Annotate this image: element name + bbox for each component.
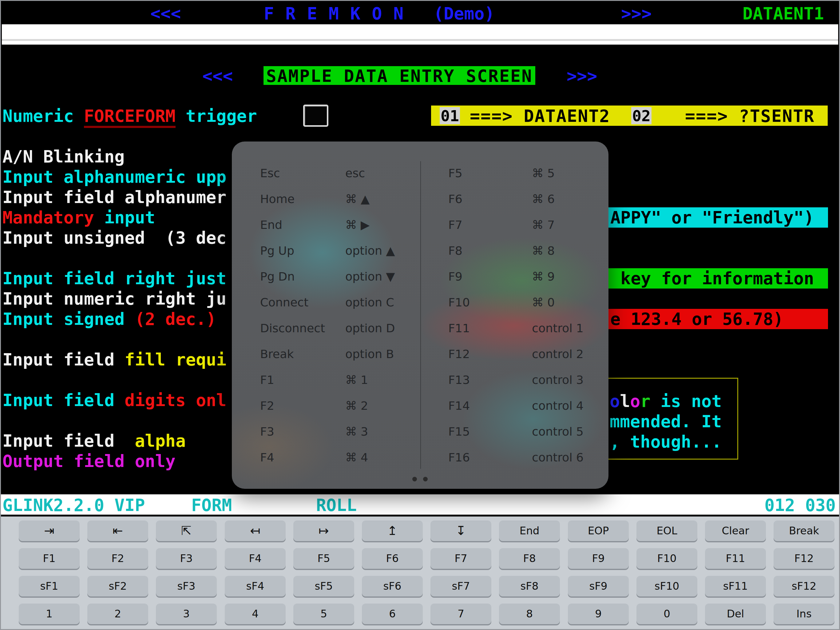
key-button-F9[interactable]: F9 [568,548,629,569]
popup-shortcut: ⌘ 1 [345,372,368,388]
key-button-sF12[interactable]: sF12 [774,576,834,597]
popup-key-label: F15 [448,423,470,440]
popup-key-label: F1 [260,372,274,388]
popup-shortcut: ⌘ ▲ [345,191,369,207]
key-button-F5[interactable]: F5 [293,548,354,569]
terminal-line: Input field fill requi [2,350,227,370]
key-button-5[interactable]: 5 [293,603,354,624]
key-button-4[interactable]: 4 [225,603,286,624]
nav-key-02[interactable]: 02 [631,107,652,124]
popup-key-label: F7 [448,217,463,233]
key-button-EOL[interactable]: EOL [636,521,697,541]
status-app-version: GLINK2.2.0 VIP [2,494,145,514]
text-segment: input [94,207,155,227]
text-segment: A/N Blinking [2,147,125,166]
popup-shortcut: ⌘ 7 [532,217,555,233]
text-segment: Mandatory [2,207,94,227]
key-button-sF7[interactable]: sF7 [431,576,491,597]
key-button-⇱[interactable]: ⇱ [156,521,217,541]
key-button-7[interactable]: 7 [431,603,491,624]
key-button-F4[interactable]: F4 [225,548,286,569]
function-nav-bar: 01 ===> DATAENT2 02 ===> ?TSENTR [431,106,828,126]
highlight-bar: e 123.4 or 56.78) [608,309,828,329]
key-button-sF1[interactable]: sF1 [19,576,80,597]
page-dot[interactable] [423,477,428,481]
nav-target-1: ===> DATAENT2 [470,106,610,126]
key-button-F8[interactable]: F8 [499,548,560,569]
key-button-F3[interactable]: F3 [156,548,217,569]
key-button-sF5[interactable]: sF5 [293,576,354,597]
popup-key-label: F8 [448,242,463,259]
key-button-F6[interactable]: F6 [362,548,423,569]
text-segment: trigger [175,106,257,126]
key-button-sF11[interactable]: sF11 [705,576,766,597]
page-dot[interactable] [412,477,417,481]
key-button-sF10[interactable]: sF10 [636,576,697,597]
popup-key-label: Pg Up [260,242,294,259]
text-segment: Input unsigned (3 dec [2,228,226,248]
command-input[interactable] [2,24,838,44]
key-button-8[interactable]: 8 [499,603,560,624]
key-button-sF9[interactable]: sF9 [568,576,629,597]
text-segment: Input field [2,350,125,369]
key-button-↤[interactable]: ↤ [225,521,286,541]
key-button-EOP[interactable]: EOP [568,521,629,541]
popup-shortcut: option D [345,320,395,337]
status-form-mode: FORM [191,494,232,514]
key-button-sF2[interactable]: sF2 [87,576,148,597]
key-button-2[interactable]: 2 [87,603,148,624]
trigger-input-field[interactable] [303,104,328,127]
popup-shortcut: control 5 [532,423,584,440]
key-button-F7[interactable]: F7 [431,548,491,569]
text-segment: o [630,391,640,411]
popup-key-label: Connect [260,294,308,311]
note-box: olor is notmmended. It, though... [608,378,738,459]
nav-key-01[interactable]: 01 [440,107,460,124]
popup-shortcut: control 1 [532,320,584,337]
key-button-Del[interactable]: Del [705,603,766,624]
key-button-sF3[interactable]: sF3 [156,576,217,597]
popup-key-label: F2 [260,397,274,414]
popup-key-label: F16 [448,449,470,466]
popup-shortcut: option B [345,346,394,362]
key-button-F1[interactable]: F1 [19,548,80,569]
text-segment: r [640,391,650,411]
key-button-Clear[interactable]: Clear [705,521,766,541]
key-button-3[interactable]: 3 [156,603,217,624]
popup-shortcut: control 6 [532,449,584,466]
status-roll-mode: ROLL [316,494,357,514]
top-bar: <<< F R E M K O N (Demo) >>> DATAENT1 [0,0,840,24]
key-button-↥[interactable]: ↥ [362,521,423,541]
key-button-⇤[interactable]: ⇤ [87,521,148,541]
key-button-0[interactable]: 0 [636,603,697,624]
terminal-line: Input field alpha [2,431,186,451]
key-button-sF6[interactable]: sF6 [362,576,423,597]
key-button-Break[interactable]: Break [774,521,834,541]
terminal-line: A/N Blinking [2,146,125,167]
highlight-bar: APPY" or "Friendly") [608,207,828,228]
popup-key-label: F10 [448,294,470,311]
popup-shortcut: option C [345,294,394,311]
key-button-↧[interactable]: ↧ [431,521,491,541]
key-button-End[interactable]: End [499,521,560,541]
key-button-1[interactable]: 1 [19,603,80,624]
key-button-sF4[interactable]: sF4 [225,576,286,597]
text-segment: fill requi [125,350,226,369]
key-button-sF8[interactable]: sF8 [499,576,560,597]
key-button-F12[interactable]: F12 [774,548,834,569]
key-button-↦[interactable]: ↦ [293,521,354,541]
popup-key-label: F12 [448,346,470,362]
key-button-F11[interactable]: F11 [705,548,766,569]
note-line: mmended. It [610,411,722,432]
popup-shortcut: option ▼ [345,268,395,285]
key-button-9[interactable]: 9 [568,603,629,624]
key-button-F2[interactable]: F2 [87,548,148,569]
keyboard-shortcuts-popover[interactable]: EscescHome⌘ ▲End⌘ ▶Pg Upoption ▲Pg Dnopt… [232,141,608,489]
popup-shortcut: ⌘ 5 [532,165,555,182]
key-button-6[interactable]: 6 [362,603,423,624]
key-button-Ins[interactable]: Ins [774,603,834,624]
key-button-F10[interactable]: F10 [636,548,697,569]
popup-key-label: F14 [448,397,470,414]
key-button-⇥[interactable]: ⇥ [19,521,80,541]
terminal-line: Input numeric right ju [2,288,226,309]
